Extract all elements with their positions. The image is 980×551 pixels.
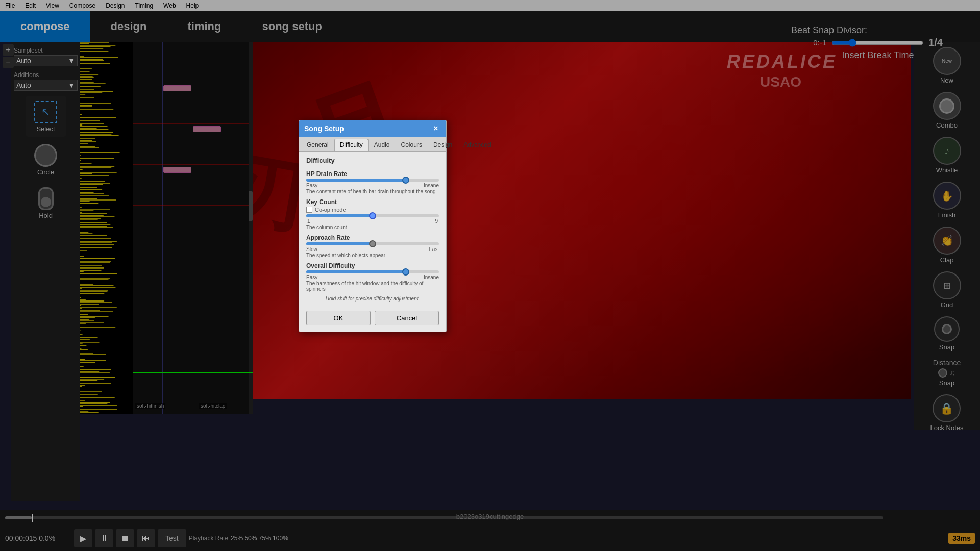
difficulty-section-title: Difficulty [306,157,439,166]
hp-drain-track[interactable] [306,179,439,182]
tab-audio[interactable]: Audio [369,139,396,151]
approach-rate-thumb[interactable] [369,240,376,247]
tab-advanced[interactable]: Advanced [458,139,496,151]
overall-diff-insane: Insane [424,274,439,280]
approach-rate-track[interactable] [306,242,439,245]
overall-diff-label: Overall Difficulty [306,262,439,269]
tab-colours[interactable]: Colours [396,139,428,151]
key-count-thumb[interactable] [369,212,376,219]
hp-drain-row: HP Drain Rate Easy Insane The constant r… [306,170,439,194]
overall-diff-labels: Easy Insane [306,274,439,280]
approach-rate-fast: Fast [429,246,439,252]
tab-difficulty[interactable]: Difficulty [334,139,369,151]
hp-drain-fill [306,179,406,182]
coop-label: Co-op mode [315,207,346,213]
key-count-desc: The column count [306,224,439,230]
dialog-titlebar: Song Setup × [299,120,446,137]
tab-general[interactable]: General [301,139,334,151]
tab-design[interactable]: Design [428,139,458,151]
overall-diff-easy: Easy [306,274,317,280]
key-count-row: Key Count Co-op mode 1 9 The column coun… [306,198,439,230]
dialog-title: Song Setup [304,124,344,133]
hp-drain-insane: Insane [424,183,439,188]
dialog-tabs: General Difficulty Audio Colours Design … [299,137,446,152]
key-count-track[interactable] [306,214,439,217]
hp-drain-easy: Easy [306,183,317,188]
ok-button[interactable]: OK [306,311,371,325]
cancel-button[interactable]: Cancel [375,311,439,325]
dialog-buttons: OK Cancel [299,311,446,332]
hint-text: Hold shift for precise difficulty adjust… [306,296,439,302]
key-count-min: 1 [307,218,310,224]
overall-diff-desc: The harshness of the hit window and the … [306,281,439,292]
key-count-label: Key Count [306,198,439,206]
dialog-overlay: Song Setup × General Difficulty Audio Co… [0,0,980,551]
approach-rate-row: Approach Rate Slow Fast The speed at whi… [306,234,439,258]
overall-diff-row: Overall Difficulty Easy Insane The harsh… [306,262,439,292]
key-count-fill [306,214,373,217]
dialog-close-btn[interactable]: × [431,123,441,134]
approach-rate-slow: Slow [306,246,317,252]
approach-rate-desc: The speed at which objects appear [306,253,439,258]
hp-drain-desc: The constant rate of health-bar drain th… [306,189,439,194]
hp-drain-label: HP Drain Rate [306,170,439,178]
dialog-content: Difficulty HP Drain Rate Easy Insane The… [299,152,446,311]
hp-drain-thumb[interactable] [402,177,409,184]
song-setup-dialog: Song Setup × General Difficulty Audio Co… [299,120,447,332]
overall-diff-thumb[interactable] [402,268,409,276]
coop-checkbox[interactable] [306,207,312,213]
approach-rate-fill [306,242,373,245]
overall-diff-track[interactable] [306,270,439,273]
overall-diff-fill [306,270,406,273]
key-count-max: 9 [435,218,438,224]
hp-drain-labels: Easy Insane [306,183,439,188]
